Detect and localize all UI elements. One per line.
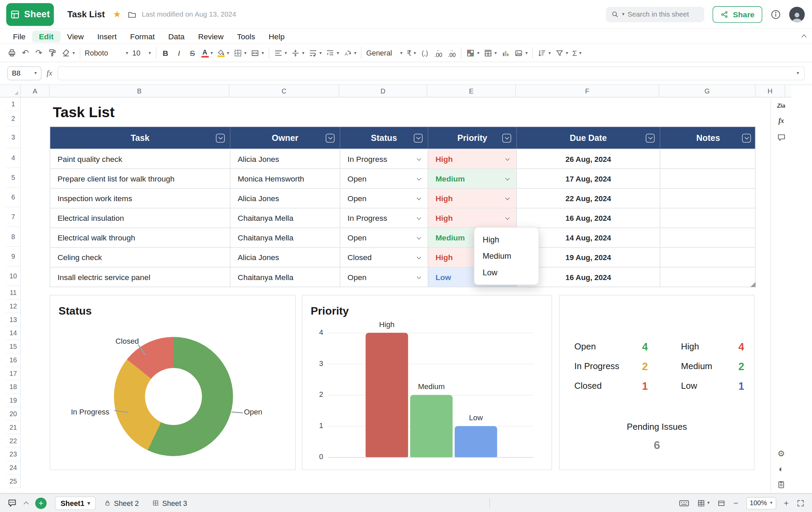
sheet-tab-sheet2[interactable]: Sheet 2 bbox=[99, 496, 144, 510]
status-cell[interactable]: Open bbox=[340, 228, 428, 247]
font-family-select[interactable]: Roboto▾ bbox=[83, 46, 130, 60]
info-button[interactable] bbox=[771, 9, 781, 20]
menu-insert[interactable]: Insert bbox=[90, 30, 123, 42]
dropdown-option-low[interactable]: Low bbox=[474, 264, 539, 280]
sheet-tab-sheet3[interactable]: Sheet 3 bbox=[147, 496, 193, 510]
dropdown-option-medium[interactable]: Medium bbox=[474, 248, 539, 264]
row-header-3[interactable]: 3 bbox=[6, 126, 20, 148]
text-color-button[interactable]: A▾ bbox=[199, 46, 215, 60]
row-header-21[interactable]: 21 bbox=[6, 421, 20, 434]
row-header-17[interactable]: 17 bbox=[6, 367, 20, 381]
dropdown-option-high[interactable]: High bbox=[474, 232, 539, 248]
row-header-4[interactable]: 4 bbox=[6, 148, 20, 168]
sheet-tab-sheet1[interactable]: Sheet1▾ bbox=[55, 496, 96, 510]
table-resize-handle[interactable] bbox=[750, 281, 755, 287]
sheet-list-icon[interactable] bbox=[24, 498, 28, 508]
chevron-down-icon[interactable] bbox=[417, 274, 421, 279]
insert-chart-button[interactable] bbox=[499, 46, 513, 60]
row-header-7[interactable]: 7 bbox=[6, 207, 20, 227]
status-cell[interactable]: Open bbox=[340, 169, 428, 188]
menu-data[interactable]: Data bbox=[161, 30, 191, 42]
folder-icon[interactable] bbox=[127, 9, 137, 19]
task-cell[interactable]: Prepare client list for walk through bbox=[50, 169, 230, 188]
decrease-decimal-button[interactable]: ←.00 bbox=[432, 46, 445, 60]
chevron-down-icon[interactable] bbox=[417, 156, 421, 161]
formula-input[interactable] bbox=[63, 69, 796, 77]
priority-cell[interactable]: Medium bbox=[428, 169, 516, 188]
task-cell[interactable]: Celing check bbox=[50, 248, 230, 267]
row-header-22[interactable]: 22 bbox=[6, 434, 20, 448]
currency-format-button[interactable]: ₹▾ bbox=[405, 46, 418, 60]
bold-button[interactable]: B bbox=[159, 46, 172, 60]
indent-button[interactable]: ▾ bbox=[324, 46, 341, 60]
row-header-14[interactable]: 14 bbox=[6, 326, 20, 340]
row-header-20[interactable]: 20 bbox=[6, 407, 20, 421]
font-size-select[interactable]: 10▾ bbox=[130, 46, 153, 60]
conditional-format-button[interactable]: ▾ bbox=[464, 46, 481, 60]
column-filter-button[interactable] bbox=[646, 133, 655, 142]
task-cell[interactable]: Electrical insulation bbox=[50, 208, 230, 228]
column-filter-button[interactable] bbox=[502, 133, 511, 142]
owner-cell[interactable]: Chaitanya Mella bbox=[230, 268, 340, 287]
owner-cell[interactable]: Chaitanya Mella bbox=[230, 228, 340, 247]
row-header-1[interactable]: 1 bbox=[6, 98, 20, 111]
user-avatar[interactable] bbox=[789, 6, 805, 22]
search-input[interactable] bbox=[628, 10, 690, 18]
insert-table-button[interactable]: ▾ bbox=[481, 46, 499, 60]
chevron-down-icon[interactable] bbox=[417, 195, 421, 200]
eraser-button[interactable]: ▾ bbox=[59, 46, 77, 60]
column-header-D[interactable]: D bbox=[339, 85, 427, 97]
zia-assistant-icon[interactable]: Zia bbox=[777, 103, 785, 109]
row-header-23[interactable]: 23 bbox=[6, 448, 20, 461]
tab-menu-icon[interactable]: ▾ bbox=[88, 500, 90, 506]
merge-cells-button[interactable]: ▾ bbox=[249, 46, 266, 60]
row-header-11[interactable]: 11 bbox=[6, 286, 20, 300]
undo-button[interactable]: ↶ bbox=[19, 46, 32, 60]
fill-color-button[interactable]: ▾ bbox=[215, 46, 231, 60]
priority-cell[interactable]: High bbox=[428, 208, 516, 228]
sheet-search[interactable]: ▾ bbox=[606, 6, 704, 22]
due-date-cell[interactable]: 16 Aug, 2024 bbox=[516, 208, 660, 228]
column-header-F[interactable]: F bbox=[516, 85, 659, 97]
owner-cell[interactable]: Alicia Jones bbox=[230, 149, 340, 169]
increase-decimal-button[interactable]: →.00 bbox=[445, 46, 458, 60]
row-header-9[interactable]: 9 bbox=[6, 247, 20, 266]
row-header-15[interactable]: 15 bbox=[6, 340, 20, 354]
italic-button[interactable]: I bbox=[172, 46, 186, 60]
print-button[interactable] bbox=[5, 46, 19, 60]
column-filter-button[interactable] bbox=[742, 133, 751, 142]
cell-name-box[interactable]: B8▾ bbox=[7, 66, 41, 80]
chevron-down-icon[interactable] bbox=[417, 176, 421, 180]
chevron-down-icon[interactable] bbox=[417, 215, 421, 220]
chevron-down-icon[interactable] bbox=[505, 176, 510, 180]
insert-image-button[interactable]: ▾ bbox=[512, 46, 529, 60]
row-header-19[interactable]: 19 bbox=[6, 394, 20, 407]
row-header-8[interactable]: 8 bbox=[6, 227, 20, 247]
menu-edit[interactable]: Edit bbox=[32, 30, 60, 42]
zoom-level-select[interactable]: 100%▾ bbox=[746, 497, 776, 509]
expand-formula-bar-icon[interactable]: ▾ bbox=[797, 71, 799, 76]
owner-cell[interactable]: Alicia Jones bbox=[230, 189, 340, 208]
column-header-A[interactable]: A bbox=[21, 85, 50, 97]
text-wrap-button[interactable]: ▾ bbox=[307, 46, 324, 60]
owner-cell[interactable]: Chaitanya Mella bbox=[230, 208, 340, 228]
discuss-icon[interactable] bbox=[7, 498, 17, 508]
menu-view[interactable]: View bbox=[60, 30, 90, 42]
column-header-H[interactable]: H bbox=[755, 85, 785, 97]
menu-review[interactable]: Review bbox=[191, 30, 230, 42]
grid-view-toggle[interactable]: ▾ bbox=[697, 499, 710, 507]
column-header-C[interactable]: C bbox=[229, 85, 339, 97]
clipboard-icon[interactable] bbox=[777, 480, 786, 489]
due-date-cell[interactable]: 17 Aug, 2024 bbox=[516, 169, 660, 188]
row-header-10[interactable]: 10 bbox=[6, 266, 20, 286]
column-header-B[interactable]: B bbox=[50, 85, 229, 97]
summary-panel[interactable]: Open4In Progress2Closed1 High4Medium2Low… bbox=[559, 295, 754, 470]
chevron-down-icon[interactable] bbox=[417, 235, 421, 239]
notes-cell[interactable] bbox=[660, 208, 756, 228]
comma-format-button[interactable]: (,) bbox=[418, 46, 432, 60]
chevron-down-icon[interactable] bbox=[505, 195, 510, 200]
column-filter-button[interactable] bbox=[216, 133, 225, 142]
notes-cell[interactable] bbox=[660, 248, 756, 267]
redo-button[interactable]: ↷ bbox=[32, 46, 46, 60]
owner-cell[interactable]: Alicia Jones bbox=[230, 248, 340, 267]
